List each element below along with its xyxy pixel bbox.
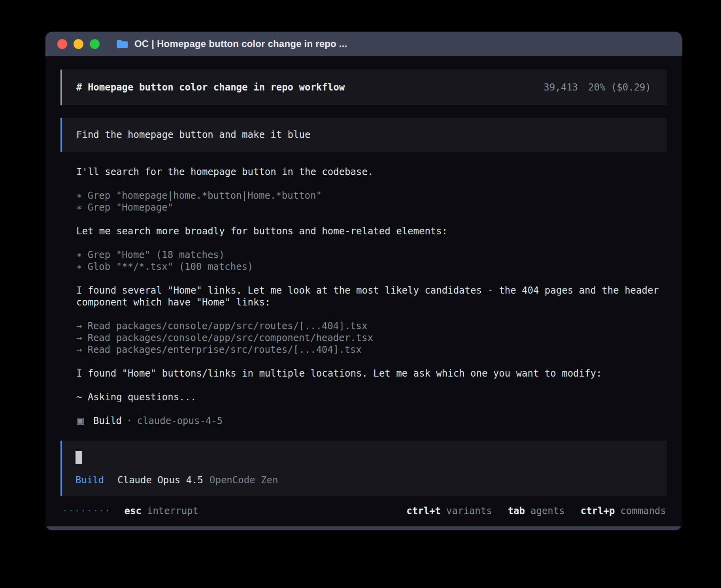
assistant-paragraph: Let me search more broadly for buttons a… [76, 225, 667, 237]
read-call-line: → Read packages/enterprise/src/routes/[.… [76, 344, 667, 356]
shortcut-commands: ctrl+p commands [581, 505, 666, 517]
read-call-line: → Read packages/console/app/src/routes/[… [76, 320, 667, 332]
window-title: OC | Homepage button color change in rep… [134, 38, 347, 49]
read-arrow-icon: → [76, 344, 82, 356]
agent-model: claude-opus-4-5 [137, 415, 223, 427]
assistant-output: I'll search for the homepage button in t… [76, 166, 667, 427]
tool-call-text: Grep "Home" (18 matches) [87, 249, 225, 261]
shortcut-label: commands [620, 505, 666, 517]
tool-call-group: ∗ Grep "homepage|home.*button|Home.*butt… [76, 190, 667, 213]
traffic-lights [57, 39, 100, 49]
shortcut-agents: tab agents [508, 505, 565, 517]
read-arrow-icon: → [76, 320, 82, 332]
tool-call-line: ∗ Grep "Home" (18 matches) [76, 249, 667, 261]
user-message: Find the homepage button and make it blu… [60, 118, 667, 152]
tool-call-group: ∗ Grep "Home" (18 matches) ∗ Glob "**/*.… [76, 249, 667, 273]
dot-separator: · [126, 415, 132, 427]
agent-mode-label: Build [75, 474, 104, 486]
titlebar: OC | Homepage button color change in rep… [45, 32, 682, 56]
tool-asterisk-icon: ∗ [76, 190, 82, 202]
zoom-button[interactable] [90, 39, 100, 49]
read-call-text: Read packages/console/app/src/routes/[..… [87, 320, 367, 332]
esc-key: esc [125, 505, 142, 517]
user-message-text: Find the homepage button and make it blu… [76, 129, 310, 140]
session-stats: 39,413 20% ($0.29) [544, 81, 651, 93]
context-cost: 20% ($0.29) [588, 81, 651, 93]
build-agent-icon: ▣ [76, 415, 85, 427]
tool-call-text: Grep "homepage|home.*button|Home.*button… [87, 190, 321, 202]
close-button[interactable] [57, 39, 67, 49]
tool-asterisk-icon: ∗ [76, 249, 82, 261]
tool-call-line: ∗ Grep "Homepage" [76, 202, 667, 213]
read-call-group: → Read packages/console/app/src/routes/[… [76, 320, 667, 356]
spinner-dots-icon: ········ [62, 505, 111, 517]
shortcut-label: variants [446, 505, 492, 517]
tool-call-line: ∗ Grep "homepage|home.*button|Home.*butt… [76, 190, 667, 202]
read-arrow-icon: → [76, 332, 82, 344]
text-cursor [75, 451, 82, 464]
read-call-text: Read packages/enterprise/src/routes/[...… [87, 344, 362, 356]
model-name-label: Claude Opus 4.5 [117, 474, 203, 486]
shortcut-label: agents [530, 505, 565, 517]
terminal-content: # Homepage button color change in repo w… [45, 56, 682, 526]
shortcut-hints: ctrl+t variants tab agents ctrl+p comman… [406, 505, 666, 517]
tool-call-text: Glob "**/*.tsx" (100 matches) [87, 261, 253, 273]
read-call-line: → Read packages/console/app/src/componen… [76, 332, 667, 344]
agent-name: Build [93, 415, 122, 427]
tool-call-text: Grep "Homepage" [87, 202, 173, 213]
minimize-button[interactable] [74, 39, 83, 49]
shortcut-key: ctrl+t [406, 505, 441, 517]
read-call-text: Read packages/console/app/src/component/… [87, 332, 373, 344]
window-title-group: OC | Homepage button color change in rep… [116, 38, 347, 49]
shortcut-key: ctrl+p [581, 505, 615, 517]
session-header: # Homepage button color change in repo w… [60, 70, 667, 105]
assistant-paragraph: I'll search for the homepage button in t… [76, 166, 667, 178]
terminal-window: OC | Homepage button color change in rep… [45, 32, 682, 530]
model-status-line: Build Claude Opus 4.5 OpenCode Zen [75, 474, 651, 486]
status-bar: ········ esc interrupt ctrl+t variants t… [60, 503, 667, 520]
tool-call-line: ∗ Glob "**/*.tsx" (100 matches) [76, 261, 667, 273]
esc-shortcut: esc interrupt [125, 505, 198, 517]
assistant-paragraph: I found several "Home" links. Let me loo… [76, 285, 667, 308]
folder-icon [116, 39, 128, 49]
tool-asterisk-icon: ∗ [76, 261, 82, 273]
session-title: # Homepage button color change in repo w… [76, 81, 345, 93]
tool-asterisk-icon: ∗ [76, 202, 82, 213]
assistant-paragraph: I found "Home" buttons/links in multiple… [76, 368, 667, 379]
working-status: ~ Asking questions... [76, 391, 667, 403]
token-count: 39,413 [544, 81, 578, 93]
model-provider-label: OpenCode Zen [210, 474, 278, 486]
shortcut-key: tab [508, 505, 525, 517]
agent-status-line: ▣ Build · claude-opus-4-5 [76, 415, 667, 427]
shortcut-variants: ctrl+t variants [406, 505, 492, 517]
esc-label: interrupt [147, 505, 198, 517]
prompt-input[interactable]: Build Claude Opus 4.5 OpenCode Zen [60, 441, 667, 496]
